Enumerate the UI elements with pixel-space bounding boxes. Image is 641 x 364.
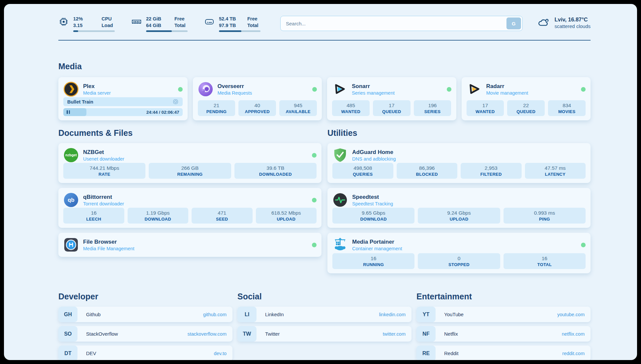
- bookmark-name: Reddit: [444, 350, 458, 356]
- status-dot: [312, 87, 317, 92]
- svg-text:qb: qb: [68, 197, 74, 203]
- search-bar: G: [280, 16, 523, 31]
- bookmark-name: DEV: [86, 350, 96, 356]
- bookmark-linkedin[interactable]: LI LinkedIn linkedin.com: [237, 307, 412, 322]
- app-card-sonarr[interactable]: Sonarr Series management 485 WANTED 17 Q…: [327, 77, 456, 120]
- app-card-qbittorrent[interactable]: qb qBittorrent Torrent downloader 16: [58, 188, 321, 228]
- bookmark-abbr: GH: [58, 307, 77, 322]
- section-heading-documents: Documents & Files: [58, 128, 321, 138]
- app-description: Media server: [83, 90, 111, 96]
- disk-stat: 52.4 TB 97.9 TB Free Total: [204, 16, 264, 32]
- bookmark-url[interactable]: reddit.com: [562, 351, 585, 356]
- media-type-icon: [172, 99, 179, 105]
- disk-free-value: 52.4 TB: [219, 16, 236, 22]
- stat-wanted: 485 WANTED: [332, 100, 370, 116]
- stat-rate: 744.21 Mbps RATE: [63, 163, 145, 179]
- ram-progress-bar: [146, 30, 188, 32]
- stat-queued: 17 QUEUED: [373, 100, 411, 116]
- bookmark-name: Netflix: [444, 331, 458, 337]
- bookmark-reddit[interactable]: RE Reddit reddit.com: [416, 346, 591, 360]
- media-card-grid: Plex Media server Bullet Train: [58, 77, 591, 120]
- app-card-radarr[interactable]: Radarr Movie management 17 WANTED 22 QUE…: [462, 77, 591, 120]
- search-input[interactable]: [280, 16, 523, 31]
- bookmark-url[interactable]: dev.to: [214, 351, 227, 356]
- app-description: Container management: [352, 246, 402, 251]
- app-description: DNS and adblocking: [352, 156, 396, 162]
- stat-upload: 618.52 Mbps UPLOAD: [256, 208, 317, 224]
- weather-location: Lviv, 16.87°C: [555, 16, 591, 23]
- ram-stat: 22 GiB 64 GiB Free Total: [131, 16, 192, 32]
- bookmark-github[interactable]: GH Github github.com: [58, 307, 232, 322]
- stat-ping: 0.993 ms PING: [504, 208, 586, 224]
- bookmark-stackoverflow[interactable]: SO StackOverflow stackoverflow.com: [58, 326, 232, 342]
- app-description: Movie management: [486, 90, 528, 96]
- cloud-icon: [537, 16, 550, 29]
- svg-text:nzbget: nzbget: [65, 153, 77, 157]
- bookmark-url[interactable]: youtube.com: [557, 312, 585, 317]
- app-card-speedtest[interactable]: Speedtest Speedtest Tracking 9.65 Gbps D…: [327, 188, 591, 228]
- app-description: Media Requests: [218, 90, 252, 96]
- bookmark-url[interactable]: netflix.com: [562, 331, 585, 337]
- status-dot: [447, 87, 451, 92]
- app-description: Torrent downloader: [83, 201, 124, 206]
- bookmark-abbr: YT: [416, 307, 436, 322]
- bookmark-youtube[interactable]: YT YouTube youtube.com: [416, 307, 591, 322]
- radarr-logo-icon: [467, 81, 482, 97]
- status-dot: [312, 153, 317, 158]
- bookmark-url[interactable]: stackoverflow.com: [188, 331, 227, 337]
- search-engine-button[interactable]: G: [506, 17, 521, 29]
- section-heading-media: Media: [58, 62, 591, 71]
- stat-download: 9.65 Gbps DOWNLOAD: [332, 208, 414, 224]
- app-name: NZBGet: [83, 149, 124, 156]
- stat-download: 1.19 Gbps DOWNLOAD: [128, 208, 189, 224]
- speedtest-logo-icon: [332, 192, 348, 208]
- app-card-nzbget[interactable]: nzbget NZBGet Usenet downloader 744.21 M…: [58, 143, 321, 183]
- status-dot: [178, 87, 183, 92]
- weather-condition: scattered clouds: [555, 23, 591, 29]
- bookmark-abbr: NF: [416, 326, 436, 342]
- weather-widget: Lviv, 16.87°C scattered clouds: [537, 16, 591, 29]
- stat-queued: 22 QUEUED: [507, 100, 545, 116]
- app-card-filebrowser[interactable]: File Browser Media File Management: [58, 233, 321, 257]
- ram-total-value: 64 GiB: [146, 22, 163, 29]
- qbittorrent-logo-icon: qb: [63, 192, 79, 208]
- bookmark-url[interactable]: github.com: [203, 312, 227, 317]
- stat-remaining: 266 GB REMAINING: [149, 163, 231, 179]
- bookmark-url[interactable]: linkedin.com: [379, 312, 406, 317]
- bookmark-dev[interactable]: DT DEV dev.to: [58, 346, 232, 360]
- ram-free-value: 22 GiB: [146, 16, 163, 22]
- pause-icon[interactable]: [67, 110, 70, 114]
- portainer-logo-icon: [332, 237, 348, 253]
- filebrowser-logo-icon: [63, 237, 79, 253]
- app-name: qBittorrent: [83, 194, 124, 200]
- app-name: AdGuard Home: [352, 149, 396, 156]
- bookmark-twitter[interactable]: TW Twitter twitter.com: [237, 326, 412, 342]
- stat-wanted: 17 WANTED: [467, 100, 504, 116]
- app-name: Overseerr: [218, 83, 252, 90]
- stat-upload: 9.24 Gbps UPLOAD: [418, 208, 500, 224]
- app-name: Radarr: [486, 83, 528, 90]
- nzbget-logo-icon: nzbget: [63, 147, 79, 163]
- app-card-portainer[interactable]: Media Portainer Container management 16 …: [327, 233, 591, 273]
- bookmark-name: Github: [86, 312, 101, 317]
- ram-icon: [131, 16, 142, 27]
- app-card-overseerr[interactable]: Overseerr Media Requests 21 PENDING 40 A…: [193, 77, 322, 120]
- app-card-adguard[interactable]: AdGuard Home DNS and adblocking 498,508 …: [327, 143, 591, 183]
- stat-blocked: 86,396 BLOCKED: [397, 163, 458, 179]
- system-stats: 12% 3.15 CPU Load: [58, 16, 264, 32]
- playback-time: 24:44 / 02:06:47: [146, 110, 179, 115]
- stat-total: 16 TOTAL: [504, 253, 586, 269]
- bookmark-url[interactable]: twitter.com: [383, 331, 406, 337]
- app-name: File Browser: [83, 239, 135, 245]
- header-divider: [58, 40, 591, 41]
- adguard-logo-icon: [332, 147, 348, 163]
- stat-movies: 834 MOVIES: [548, 100, 586, 116]
- bookmark-abbr: LI: [237, 307, 257, 322]
- dashboard-page: 12% 3.15 CPU Load: [4, 4, 637, 360]
- bookmark-name: YouTube: [444, 312, 464, 317]
- bookmark-name: StackOverflow: [86, 331, 118, 337]
- app-card-plex[interactable]: Plex Media server Bullet Train: [58, 77, 188, 120]
- stat-available: 945 AVAILABLE: [279, 100, 317, 116]
- ram-total-label: Total: [174, 22, 192, 29]
- bookmark-netflix[interactable]: NF Netflix netflix.com: [416, 326, 591, 342]
